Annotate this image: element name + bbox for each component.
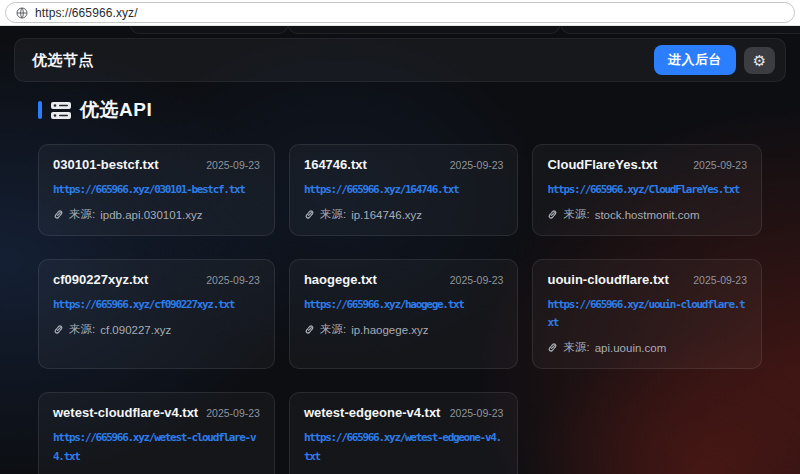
link-icon [547,342,558,353]
api-card: 030101-bestcf.txt 2025-09-23 https://665… [38,144,275,236]
scrolled-card-remnant [288,26,560,34]
update-date: 2025-09-23 [206,159,260,171]
globe-icon [16,7,28,19]
file-url-link[interactable]: https://665966.xyz/wetest-cloudflare-v4.… [53,429,260,465]
api-card: CloudFlareYes.txt 2025-09-23 https://665… [532,144,762,236]
link-icon [304,324,315,335]
enter-admin-button[interactable]: 进入后台 [654,45,736,75]
update-date: 2025-09-23 [206,274,260,286]
page-title: 优选节点 [32,51,654,70]
file-name: haogege.txt [304,272,377,287]
accent-bar [38,101,42,119]
scrolled-card-remnant [561,26,800,34]
source-domain: api.uouin.com [595,342,667,354]
update-date: 2025-09-23 [450,407,504,419]
link-icon [53,324,64,335]
source-label: 来源: [69,207,95,222]
api-card: haogege.txt 2025-09-23 https://665966.xy… [289,259,519,369]
update-date: 2025-09-23 [450,274,504,286]
update-date: 2025-09-23 [693,159,747,171]
api-card: wetest-edgeone-v4.txt 2025-09-23 https:/… [289,392,519,474]
source-domain: stock.hostmonit.com [595,209,700,221]
update-date: 2025-09-23 [693,274,747,286]
file-url-link[interactable]: https://665966.xyz/030101-bestcf.txt [53,181,260,199]
source-label: 来源: [320,322,346,337]
file-url-link[interactable]: https://665966.xyz/uouin-cloudflare.txt [547,296,747,332]
source-label: 来源: [320,207,346,222]
page-background: 优选节点 进入后台 ⚙ 优选API 030101-bestcf.txt 2025… [0,26,800,474]
source-domain: ip.164746.xyz [351,209,422,221]
source-domain: cf.090227.xyz [100,324,171,336]
link-icon [304,209,315,220]
update-date: 2025-09-23 [450,159,504,171]
file-url-link[interactable]: https://665966.xyz/164746.txt [304,181,504,199]
file-name: CloudFlareYes.txt [547,157,657,172]
section-header: 优选API [38,97,762,123]
url-text: https://665966.xyz/ [35,6,138,20]
link-icon [547,209,558,220]
gear-icon: ⚙ [753,53,766,68]
section-title: 优选API [80,97,152,123]
link-icon [53,209,64,220]
file-url-link[interactable]: https://665966.xyz/CloudFlareYes.txt [547,181,747,199]
api-card: cf090227xyz.txt 2025-09-23 https://66596… [38,259,275,369]
source-domain: ipdb.api.030101.xyz [100,209,202,221]
source-domain: ip.haogege.xyz [351,324,428,336]
scrolled-card-remnant [130,26,288,34]
source-label: 来源: [563,207,589,222]
api-card: uouin-cloudflare.txt 2025-09-23 https://… [532,259,762,369]
update-date: 2025-09-23 [206,407,260,419]
api-card: wetest-cloudflare-v4.txt 2025-09-23 http… [38,392,275,474]
settings-button[interactable]: ⚙ [744,47,775,74]
address-bar[interactable]: https://665966.xyz/ [5,2,795,23]
file-name: 030101-bestcf.txt [53,157,159,172]
file-name: wetest-edgeone-v4.txt [304,405,441,420]
file-url-link[interactable]: https://665966.xyz/wetest-edgeone-v4.txt [304,429,504,465]
file-name: cf090227xyz.txt [53,272,148,287]
api-card-grid: 030101-bestcf.txt 2025-09-23 https://665… [38,144,762,474]
file-name: wetest-cloudflare-v4.txt [53,405,198,420]
file-name: 164746.txt [304,157,367,172]
page-header: 优选节点 进入后台 ⚙ [14,38,786,82]
file-url-link[interactable]: https://665966.xyz/haogege.txt [304,296,504,314]
api-card: 164746.txt 2025-09-23 https://665966.xyz… [289,144,519,236]
browser-chrome: https://665966.xyz/ [0,0,800,26]
file-url-link[interactable]: https://665966.xyz/cf090227xyz.txt [53,296,260,314]
server-stack-icon [51,102,71,119]
source-label: 来源: [563,340,589,355]
source-label: 来源: [69,322,95,337]
file-name: uouin-cloudflare.txt [547,272,668,287]
